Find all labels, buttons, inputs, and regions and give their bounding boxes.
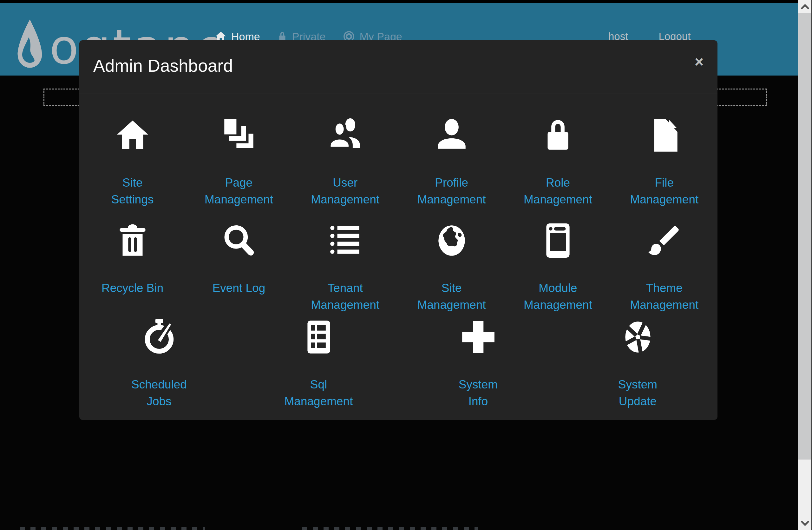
plus-icon <box>458 316 499 356</box>
list-icon <box>324 219 366 260</box>
admin-tile[interactable]: Event Log <box>186 219 292 313</box>
tile-label: ProfileManagement <box>417 174 486 208</box>
people-icon <box>324 114 366 155</box>
admin-tile[interactable]: FileManagement <box>611 114 717 208</box>
chevron-up-icon <box>800 3 810 10</box>
pages-icon <box>218 114 259 155</box>
modal-title: Admin Dashboard <box>93 56 233 76</box>
admin-tile[interactable]: SiteSettings <box>79 114 186 208</box>
scrollbar-thumb[interactable] <box>798 13 811 460</box>
tile-label: Recycle Bin <box>102 280 163 297</box>
admin-tile[interactable]: ModuleManagement <box>505 219 611 313</box>
tile-label: PageManagement <box>205 174 273 208</box>
tile-label: SiteManagement <box>417 280 486 313</box>
admin-tile[interactable]: SqlManagement <box>239 316 398 410</box>
module-icon <box>537 219 579 260</box>
globe-icon <box>431 219 472 260</box>
admin-tile[interactable]: ThemeManagement <box>611 219 717 313</box>
tile-label: TenantManagement <box>311 280 379 313</box>
tile-row: ScheduledJobs SqlManagement SystemInfo S… <box>79 316 717 410</box>
cutoff-content-sliver <box>20 527 205 530</box>
tile-label: SystemInfo <box>459 376 498 410</box>
window-edge <box>811 0 812 530</box>
tile-label: Event Log <box>213 280 265 297</box>
admin-tile[interactable]: PageManagement <box>186 114 292 208</box>
sql-icon <box>298 316 339 356</box>
tile-label: ThemeManagement <box>630 280 698 313</box>
tile-label: SystemUpdate <box>618 376 657 410</box>
vertical-scrollbar[interactable] <box>798 0 812 530</box>
tile-label: SiteSettings <box>111 174 154 208</box>
tile-label: UserManagement <box>311 174 379 208</box>
admin-tile[interactable]: SiteManagement <box>398 219 505 313</box>
shutter-icon <box>617 316 658 356</box>
lock-icon <box>537 114 579 155</box>
chevron-down-icon <box>800 520 810 527</box>
admin-tile[interactable]: UserManagement <box>292 114 398 208</box>
admin-tile[interactable]: ProfileManagement <box>398 114 505 208</box>
home-icon <box>112 114 153 155</box>
admin-tile[interactable]: SystemUpdate <box>558 316 717 410</box>
timer-icon <box>139 316 180 356</box>
tile-row: SiteSettings PageManagement UserManageme… <box>79 114 717 208</box>
admin-tile[interactable]: SystemInfo <box>398 316 558 410</box>
person-icon <box>431 114 472 155</box>
admin-tiles-grid: SiteSettings PageManagement UserManageme… <box>79 94 717 410</box>
admin-tile[interactable]: TenantManagement <box>292 219 398 313</box>
admin-tile[interactable]: Recycle Bin <box>79 219 186 313</box>
tile-label: FileManagement <box>630 174 698 208</box>
tile-label: ModuleManagement <box>524 280 592 313</box>
tile-label: ScheduledJobs <box>131 376 187 410</box>
trash-icon <box>112 219 153 260</box>
tile-label: SqlManagement <box>285 376 353 410</box>
tile-label: RoleManagement <box>524 174 592 208</box>
top-black-strip <box>0 0 798 3</box>
admin-tile[interactable]: RoleManagement <box>505 114 611 208</box>
scroll-up-button[interactable] <box>798 0 812 13</box>
file-icon <box>643 114 685 155</box>
admin-dashboard-modal: Admin Dashboard × SiteSettings PageManag… <box>79 40 717 420</box>
search-icon <box>218 219 259 260</box>
droplet-logo-icon <box>15 17 45 76</box>
app-screen: oqtane Home Private My Page <box>0 0 812 530</box>
brush-icon <box>643 219 685 260</box>
close-icon[interactable]: × <box>695 54 704 70</box>
scroll-down-button[interactable] <box>798 517 812 530</box>
admin-tile[interactable]: ScheduledJobs <box>79 316 239 410</box>
cutoff-content-sliver <box>302 527 478 530</box>
modal-header: Admin Dashboard × <box>79 40 717 94</box>
tile-row: Recycle Bin Event Log TenantManagement S… <box>79 219 717 313</box>
